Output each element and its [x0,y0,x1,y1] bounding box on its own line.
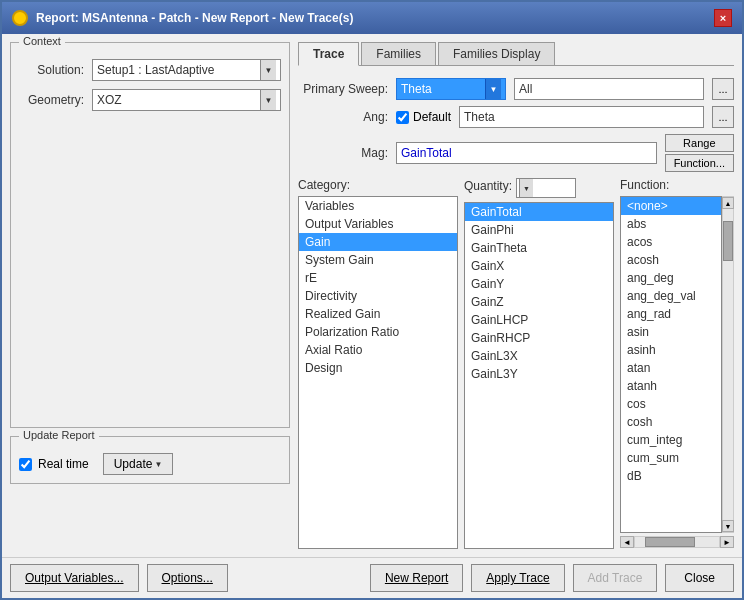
scroll-up-arrow[interactable]: ▲ [722,197,734,209]
function-list-item[interactable]: ang_rad [621,305,721,323]
category-header: Category: [298,178,458,192]
update-report-group: Update Report Real time Update ▼ [10,436,290,484]
category-list-item[interactable]: Output Variables [299,215,457,233]
function-list-item[interactable]: acosh [621,251,721,269]
close-icon[interactable]: × [714,9,732,27]
tab-families-display[interactable]: Families Display [438,42,555,65]
quantity-list-item[interactable]: GainL3X [465,347,613,365]
geometry-row: Geometry: XOZ ▼ [19,89,281,111]
close-button[interactable]: Close [665,564,734,592]
scroll-thumb[interactable] [723,221,733,261]
bottom-bar: Output Variables... Options... New Repor… [2,557,742,598]
output-variables-button[interactable]: Output Variables... [10,564,139,592]
function-list-item[interactable]: abs [621,215,721,233]
category-list-item[interactable]: System Gain [299,251,457,269]
realtime-row: Real time Update ▼ [19,453,281,475]
category-list-item[interactable]: Polarization Ratio [299,323,457,341]
geometry-label: Geometry: [19,93,84,107]
bottom-left-buttons: Output Variables... Options... [10,564,228,592]
function-list-item[interactable]: acos [621,233,721,251]
tab-bar: Trace Families Families Display [298,42,734,66]
quantity-list-item[interactable]: GainZ [465,293,613,311]
category-list-item[interactable]: Variables [299,197,457,215]
function-list-item[interactable]: cum_integ [621,431,721,449]
ang-default-label: Default [413,110,451,124]
scroll-down-arrow[interactable]: ▼ [722,520,734,532]
function-column: Function: <none>absacosacoshang_degang_d… [620,178,734,549]
function-scrollbar[interactable]: ▲ ▼ [722,196,734,533]
solution-row: Solution: Setup1 : LastAdaptive ▼ [19,59,281,81]
main-window: Report: MSAntenna - Patch - New Report -… [0,0,744,600]
function-header: Function: [620,178,734,192]
mag-label: Mag: [298,146,388,160]
tab-families[interactable]: Families [361,42,436,65]
primary-sweep-combo[interactable]: Theta ▼ [396,78,506,100]
quantity-list-item[interactable]: GainY [465,275,613,293]
primary-sweep-dots[interactable]: ... [712,78,734,100]
quantity-list[interactable]: GainTotalGainPhiGainThetaGainXGainYGainZ… [464,202,614,549]
solution-combo-arrow: ▼ [260,60,276,80]
function-list-item[interactable]: dB [621,467,721,485]
category-list-item[interactable]: Gain [299,233,457,251]
function-list[interactable]: <none>absacosacoshang_degang_deg_valang_… [620,196,722,533]
quantity-list-item[interactable]: GainTheta [465,239,613,257]
function-list-item[interactable]: <none> [621,197,721,215]
quantity-list-item[interactable]: GainRHCP [465,329,613,347]
function-list-item[interactable]: cos [621,395,721,413]
function-button[interactable]: Function... [665,154,734,172]
primary-sweep-value: Theta [401,82,432,96]
quantity-header: Quantity: [464,179,512,193]
realtime-checkbox[interactable] [19,458,32,471]
ang-value-input[interactable]: Theta [459,106,704,128]
solution-label: Solution: [19,63,84,77]
update-button[interactable]: Update ▼ [103,453,174,475]
quantity-combo[interactable]: ▼ [516,178,576,198]
function-list-item[interactable]: atanh [621,377,721,395]
geometry-combo-arrow: ▼ [260,90,276,110]
category-list-item[interactable]: Directivity [299,287,457,305]
quantity-combo-arrow: ▼ [519,179,533,197]
quantity-header-row: Quantity: ▼ [464,178,614,198]
options-button[interactable]: Options... [147,564,228,592]
category-list-item[interactable]: rE [299,269,457,287]
mag-value-input[interactable]: GainTotal [396,142,657,164]
quantity-list-item[interactable]: GainTotal [465,203,613,221]
context-group: Context Solution: Setup1 : LastAdaptive … [10,42,290,428]
ang-dots[interactable]: ... [712,106,734,128]
range-button[interactable]: Range [665,134,734,152]
quantity-list-item[interactable]: GainX [465,257,613,275]
hscroll-track [634,536,720,548]
ang-default-checkbox-label[interactable]: Default [396,110,451,124]
apply-trace-button[interactable]: Apply Trace [471,564,564,592]
tab-trace[interactable]: Trace [298,42,359,66]
primary-sweep-extra[interactable]: All [514,78,704,100]
category-list-item[interactable]: Design [299,359,457,377]
quantity-list-item[interactable]: GainPhi [465,221,613,239]
hscroll-right-arrow[interactable]: ► [720,536,734,548]
function-list-item[interactable]: cosh [621,413,721,431]
function-list-item[interactable]: asin [621,323,721,341]
solution-combo[interactable]: Setup1 : LastAdaptive ▼ [92,59,281,81]
geometry-combo[interactable]: XOZ ▼ [92,89,281,111]
category-list-item[interactable]: Axial Ratio [299,341,457,359]
category-list[interactable]: VariablesOutput VariablesGainSystem Gain… [298,196,458,549]
function-list-item[interactable]: cum_sum [621,449,721,467]
new-report-button[interactable]: New Report [370,564,463,592]
function-list-item[interactable]: asinh [621,341,721,359]
category-list-item[interactable]: Realized Gain [299,305,457,323]
trace-tab-content: Primary Sweep: Theta ▼ All ... Ang: [298,72,734,549]
hscroll-left-arrow[interactable]: ◄ [620,536,634,548]
category-column: Category: VariablesOutput VariablesGainS… [298,178,458,549]
hscroll-thumb[interactable] [645,537,695,547]
quantity-list-item[interactable]: GainLHCP [465,311,613,329]
function-list-item[interactable]: ang_deg [621,269,721,287]
ang-label: Ang: [298,110,388,124]
function-hscrollbar: ◄ ► [620,535,734,549]
ang-default-checkbox[interactable] [396,111,409,124]
quantity-list-item[interactable]: GainL3Y [465,365,613,383]
function-list-item[interactable]: atan [621,359,721,377]
context-group-title: Context [19,35,65,47]
add-trace-button[interactable]: Add Trace [573,564,658,592]
right-panel: Trace Families Families Display Primary … [298,42,734,549]
function-list-item[interactable]: ang_deg_val [621,287,721,305]
